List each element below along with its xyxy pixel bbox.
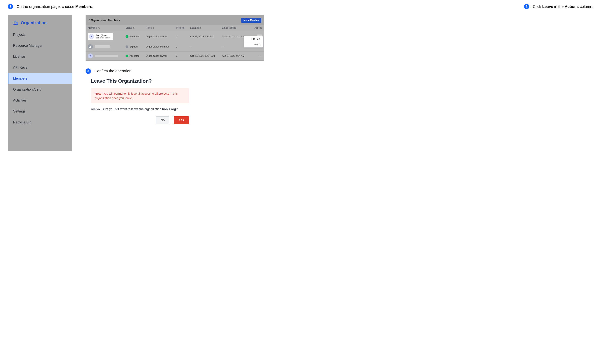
projects-cell: 2 [174, 42, 188, 51]
sidebar-item-settings[interactable]: Settings [8, 106, 72, 117]
members-table: Members⇅ Status⇅ Roles⇅ Projects Last Lo… [86, 25, 264, 61]
avatar: X [89, 34, 94, 39]
col-roles-label: Roles [146, 27, 152, 29]
note-text: You will permanently lose all access to … [95, 92, 178, 100]
step1-pre: On the organization page, choose [17, 4, 75, 9]
col-projects[interactable]: Projects [174, 25, 188, 31]
step2-text: Click Leave in the Actions column. [533, 4, 593, 9]
step1-bold: Members [75, 4, 92, 9]
sidebar-item-activities[interactable]: Activities [8, 95, 72, 106]
status-badge: ✓ Accepted [126, 55, 139, 57]
col-email-verified[interactable]: Email Verified [220, 25, 251, 31]
info-icon: ! [126, 45, 128, 48]
step1-post: . [92, 4, 93, 9]
projects-cell: 2 [174, 31, 188, 42]
status-text: Expired [129, 45, 138, 48]
role-cell: Organization Member [143, 42, 174, 51]
step2-post: column. [579, 4, 593, 9]
col-actions: Actions [251, 25, 264, 31]
svg-rect-1 [16, 22, 17, 25]
table-row: ! Expired Organization Member 2 -- -- [86, 42, 264, 51]
status-text: Accepted [129, 55, 139, 57]
col-status-label: Status [126, 27, 132, 29]
role-cell: Organization Owner [143, 51, 174, 61]
step1-badge: 1 [8, 4, 13, 9]
member-email: bob@zilliz.com [96, 37, 110, 39]
redacted-text [95, 45, 110, 48]
note-label: Note: [95, 92, 102, 95]
col-members-label: Members [88, 27, 98, 29]
svg-point-6 [90, 46, 91, 47]
role-cell: Organization Owner [143, 31, 174, 42]
last-login-cell: -- [188, 42, 220, 51]
sidebar-item-organization-alert[interactable]: Organization Alert [8, 84, 72, 95]
col-last-login[interactable]: Last Login [188, 25, 220, 31]
leave-dialog: Leave This Organization? Note: You will … [86, 78, 593, 124]
sidebar: Organization ProjectsResource ManagerLic… [8, 15, 72, 151]
members-count: 5 Organization Members [89, 19, 120, 22]
avatar: < [88, 53, 93, 59]
last-login-cell: Oct 23, 2023 12:17 AM [188, 51, 220, 61]
confirm-text: Are you sure you still want to leave the… [91, 108, 189, 111]
sidebar-item-members[interactable]: Members [8, 73, 72, 84]
sort-icon: ⇅ [133, 27, 135, 29]
confirm-post: ? [176, 108, 178, 111]
note-box: Note: You will permanently lose all acce… [91, 88, 189, 103]
yes-button[interactable]: Yes [174, 116, 189, 124]
invite-member-button[interactable]: Invite Member [241, 18, 261, 23]
col-roles[interactable]: Roles⇅ [143, 25, 174, 31]
member-cell[interactable]: X bob (You) bob@zilliz.com [88, 33, 113, 40]
col-members[interactable]: Members⇅ [86, 25, 123, 31]
check-icon: ✓ [126, 55, 128, 57]
step2-badge: 2 [524, 4, 529, 9]
table-row: < ✓ Accepted Organization Owner 2 [86, 51, 264, 61]
confirm-org-name: bob's org [162, 108, 176, 111]
status-badge: ! Expired [126, 45, 138, 48]
sidebar-item-recycle-bin[interactable]: Recycle Bin [8, 117, 72, 128]
leave-item[interactable]: Leave [244, 42, 263, 47]
last-login-cell: Oct 23, 2023 6:42 PM [188, 31, 220, 42]
sort-icon: ⇅ [98, 27, 100, 29]
member-name: bob (You) [96, 34, 110, 37]
step2-pre: Click [533, 4, 542, 9]
actions-menu: Edit Role Leave [244, 36, 263, 48]
sort-icon: ⇅ [152, 27, 154, 29]
person-icon [89, 45, 92, 48]
sidebar-item-api-keys[interactable]: API Keys [8, 62, 72, 73]
projects-cell: 2 [174, 51, 188, 61]
organization-icon [13, 20, 18, 25]
step2-bold1: Leave [542, 4, 553, 9]
members-panel: 5 Organization Members Invite Member Mem… [86, 15, 264, 61]
step3-badge: 3 [86, 69, 91, 74]
step2-bold2: Actions [565, 4, 579, 9]
sidebar-header: Organization [8, 15, 72, 29]
no-button[interactable]: No [156, 116, 169, 124]
status-badge: ✓ Accepted [126, 35, 139, 38]
table-row: X bob (You) bob@zilliz.com ✓ Accepted [86, 31, 264, 42]
sidebar-item-resource-manager[interactable]: Resource Manager [8, 40, 72, 51]
dialog-title: Leave This Organization? [91, 78, 593, 84]
sidebar-item-license[interactable]: License [8, 51, 72, 62]
status-text: Accepted [129, 35, 139, 38]
step1-text: On the organization page, choose Members… [17, 4, 93, 9]
step3-text: Confirm the operation. [94, 69, 132, 73]
step2-mid: in the [553, 4, 565, 9]
check-icon: ✓ [126, 35, 128, 38]
confirm-pre: Are you sure you still want to leave the… [91, 108, 162, 111]
redacted-text [95, 55, 118, 57]
email-verified-cell: Aug 3, 2023 4:54 AM [220, 51, 251, 61]
col-status[interactable]: Status⇅ [123, 25, 143, 31]
sidebar-title: Organization [21, 20, 47, 25]
actions-menu-button[interactable]: ••• [258, 55, 262, 57]
edit-role-item[interactable]: Edit Role [244, 36, 263, 42]
sidebar-item-projects[interactable]: Projects [8, 29, 72, 40]
avatar [88, 44, 93, 49]
